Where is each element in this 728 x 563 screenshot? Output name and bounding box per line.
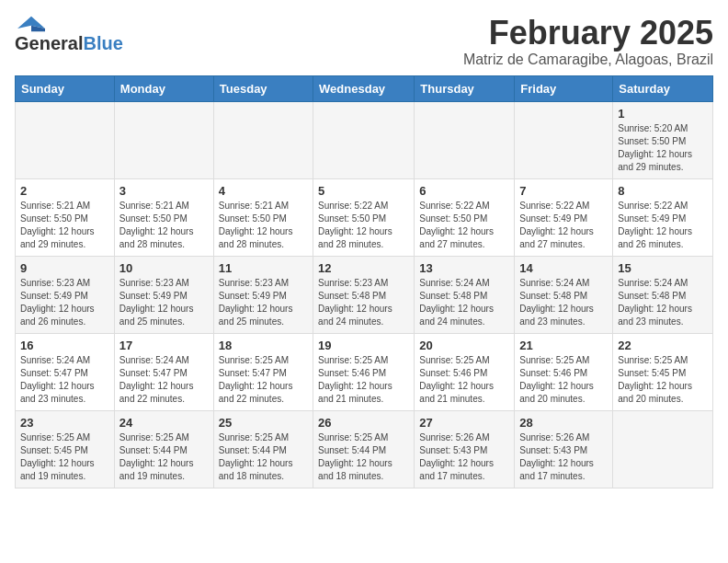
day-number: 24 — [119, 416, 209, 430]
day-info: Sunrise: 5:25 AM Sunset: 5:46 PM Dayligh… — [318, 354, 409, 406]
location: Matriz de Camaragibe, Alagoas, Brazil — [463, 52, 713, 68]
calendar-cell — [515, 101, 613, 178]
day-info: Sunrise: 5:23 AM Sunset: 5:48 PM Dayligh… — [318, 277, 409, 328]
calendar-cell: 28Sunrise: 5:26 AM Sunset: 5:43 PM Dayli… — [515, 410, 613, 488]
calendar-cell: 15Sunrise: 5:24 AM Sunset: 5:48 PM Dayli… — [613, 256, 713, 333]
day-info: Sunrise: 5:21 AM Sunset: 5:50 PM Dayligh… — [219, 200, 308, 251]
day-info: Sunrise: 5:25 AM Sunset: 5:47 PM Dayligh… — [219, 354, 308, 406]
day-number: 23 — [20, 416, 109, 430]
calendar-cell: 27Sunrise: 5:26 AM Sunset: 5:43 PM Dayli… — [415, 410, 515, 488]
logo-icon — [15, 15, 48, 33]
day-info: Sunrise: 5:26 AM Sunset: 5:43 PM Dayligh… — [419, 431, 509, 483]
logo-general: General — [15, 33, 83, 53]
day-number: 4 — [219, 184, 308, 198]
calendar-cell: 24Sunrise: 5:25 AM Sunset: 5:44 PM Dayli… — [114, 410, 213, 488]
calendar-cell: 6Sunrise: 5:22 AM Sunset: 5:50 PM Daylig… — [415, 178, 515, 256]
header-day: Wednesday — [313, 75, 415, 101]
header-day: Saturday — [613, 75, 713, 101]
day-number: 5 — [318, 184, 409, 198]
day-info: Sunrise: 5:24 AM Sunset: 5:47 PM Dayligh… — [119, 354, 209, 406]
day-number: 7 — [519, 184, 608, 198]
day-info: Sunrise: 5:24 AM Sunset: 5:47 PM Dayligh… — [20, 354, 109, 406]
calendar-cell: 21Sunrise: 5:25 AM Sunset: 5:46 PM Dayli… — [515, 333, 613, 410]
calendar-cell — [16, 101, 115, 178]
title-area: February 2025 Matriz de Camaragibe, Alag… — [463, 15, 713, 68]
calendar-cell: 3Sunrise: 5:21 AM Sunset: 5:50 PM Daylig… — [114, 178, 213, 256]
day-info: Sunrise: 5:25 AM Sunset: 5:45 PM Dayligh… — [618, 354, 708, 406]
day-number: 8 — [618, 184, 708, 198]
calendar-cell: 8Sunrise: 5:22 AM Sunset: 5:49 PM Daylig… — [613, 178, 713, 256]
calendar-cell: 22Sunrise: 5:25 AM Sunset: 5:45 PM Dayli… — [613, 333, 713, 410]
week-row: 16Sunrise: 5:24 AM Sunset: 5:47 PM Dayli… — [16, 333, 713, 410]
calendar-cell: 18Sunrise: 5:25 AM Sunset: 5:47 PM Dayli… — [213, 333, 313, 410]
day-number: 26 — [318, 416, 409, 430]
day-info: Sunrise: 5:21 AM Sunset: 5:50 PM Dayligh… — [20, 200, 109, 251]
day-number: 3 — [119, 184, 209, 198]
day-number: 14 — [519, 261, 608, 275]
day-info: Sunrise: 5:25 AM Sunset: 5:46 PM Dayligh… — [519, 354, 608, 406]
calendar-body: 1Sunrise: 5:20 AM Sunset: 5:50 PM Daylig… — [16, 101, 713, 488]
day-number: 2 — [20, 184, 109, 198]
day-info: Sunrise: 5:24 AM Sunset: 5:48 PM Dayligh… — [618, 277, 708, 328]
day-info: Sunrise: 5:22 AM Sunset: 5:50 PM Dayligh… — [318, 200, 409, 251]
header-day: Thursday — [415, 75, 515, 101]
day-number: 6 — [419, 184, 509, 198]
logo: GeneralBlue — [15, 15, 123, 54]
calendar-cell: 12Sunrise: 5:23 AM Sunset: 5:48 PM Dayli… — [313, 256, 415, 333]
calendar-cell: 11Sunrise: 5:23 AM Sunset: 5:49 PM Dayli… — [213, 256, 313, 333]
header-day: Friday — [515, 75, 613, 101]
page-header: GeneralBlue February 2025 Matriz de Cama… — [15, 15, 713, 68]
day-number: 10 — [119, 261, 209, 275]
week-row: 2Sunrise: 5:21 AM Sunset: 5:50 PM Daylig… — [16, 178, 713, 256]
calendar-cell — [415, 101, 515, 178]
day-info: Sunrise: 5:20 AM Sunset: 5:50 PM Dayligh… — [618, 122, 708, 174]
day-number: 19 — [318, 339, 409, 352]
day-info: Sunrise: 5:23 AM Sunset: 5:49 PM Dayligh… — [20, 277, 109, 328]
day-number: 21 — [519, 339, 608, 352]
day-number: 28 — [519, 416, 608, 430]
day-info: Sunrise: 5:22 AM Sunset: 5:50 PM Dayligh… — [419, 200, 509, 251]
day-info: Sunrise: 5:21 AM Sunset: 5:50 PM Dayligh… — [119, 200, 209, 251]
day-info: Sunrise: 5:22 AM Sunset: 5:49 PM Dayligh… — [618, 200, 708, 251]
day-number: 17 — [119, 339, 209, 352]
calendar-cell: 25Sunrise: 5:25 AM Sunset: 5:44 PM Dayli… — [213, 410, 313, 488]
calendar-cell — [213, 101, 313, 178]
week-row: 9Sunrise: 5:23 AM Sunset: 5:49 PM Daylig… — [16, 256, 713, 333]
calendar-header: SundayMondayTuesdayWednesdayThursdayFrid… — [16, 75, 713, 101]
header-row: SundayMondayTuesdayWednesdayThursdayFrid… — [16, 75, 713, 101]
calendar-cell — [114, 101, 213, 178]
day-number: 18 — [219, 339, 308, 352]
day-number: 22 — [618, 339, 708, 352]
calendar-cell: 20Sunrise: 5:25 AM Sunset: 5:46 PM Dayli… — [415, 333, 515, 410]
calendar-cell: 16Sunrise: 5:24 AM Sunset: 5:47 PM Dayli… — [16, 333, 115, 410]
day-number: 9 — [20, 261, 109, 275]
week-row: 1Sunrise: 5:20 AM Sunset: 5:50 PM Daylig… — [16, 101, 713, 178]
day-info: Sunrise: 5:25 AM Sunset: 5:45 PM Dayligh… — [20, 431, 109, 483]
header-day: Monday — [114, 75, 213, 101]
day-number: 1 — [618, 107, 708, 121]
day-number: 11 — [219, 261, 308, 275]
calendar-cell: 13Sunrise: 5:24 AM Sunset: 5:48 PM Dayli… — [415, 256, 515, 333]
day-info: Sunrise: 5:25 AM Sunset: 5:44 PM Dayligh… — [318, 431, 409, 483]
calendar-cell: 5Sunrise: 5:22 AM Sunset: 5:50 PM Daylig… — [313, 178, 415, 256]
day-info: Sunrise: 5:23 AM Sunset: 5:49 PM Dayligh… — [119, 277, 209, 328]
calendar-cell: 2Sunrise: 5:21 AM Sunset: 5:50 PM Daylig… — [16, 178, 115, 256]
day-number: 13 — [419, 261, 509, 275]
day-info: Sunrise: 5:25 AM Sunset: 5:44 PM Dayligh… — [119, 431, 209, 483]
day-number: 20 — [419, 339, 509, 352]
month-year: February 2025 — [463, 15, 713, 52]
week-row: 23Sunrise: 5:25 AM Sunset: 5:45 PM Dayli… — [16, 410, 713, 488]
day-number: 15 — [618, 261, 708, 275]
calendar-cell — [613, 410, 713, 488]
calendar-cell: 9Sunrise: 5:23 AM Sunset: 5:49 PM Daylig… — [16, 256, 115, 333]
calendar-cell: 7Sunrise: 5:22 AM Sunset: 5:49 PM Daylig… — [515, 178, 613, 256]
day-info: Sunrise: 5:24 AM Sunset: 5:48 PM Dayligh… — [419, 277, 509, 328]
header-day: Sunday — [16, 75, 115, 101]
day-number: 12 — [318, 261, 409, 275]
day-info: Sunrise: 5:26 AM Sunset: 5:43 PM Dayligh… — [519, 431, 608, 483]
day-number: 16 — [20, 339, 109, 352]
day-info: Sunrise: 5:22 AM Sunset: 5:49 PM Dayligh… — [519, 200, 608, 251]
day-info: Sunrise: 5:23 AM Sunset: 5:49 PM Dayligh… — [219, 277, 308, 328]
calendar-cell: 1Sunrise: 5:20 AM Sunset: 5:50 PM Daylig… — [613, 101, 713, 178]
calendar-table: SundayMondayTuesdayWednesdayThursdayFrid… — [15, 75, 713, 488]
